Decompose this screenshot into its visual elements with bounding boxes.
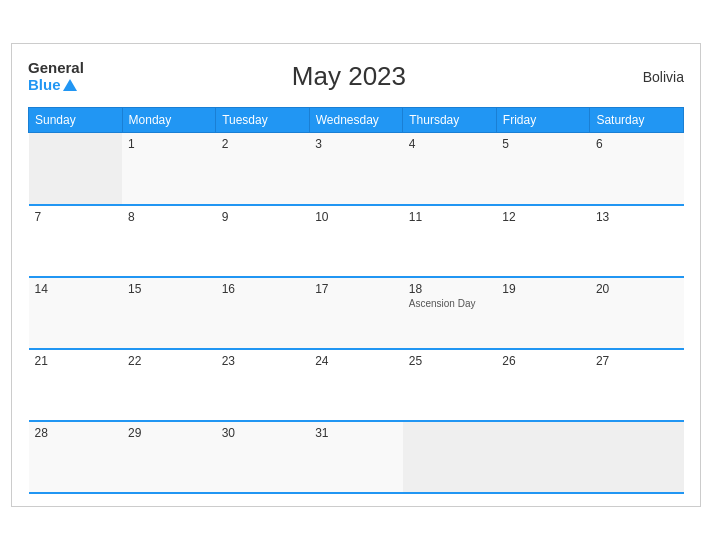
day-cell: 5 xyxy=(496,133,590,205)
day-number: 19 xyxy=(502,282,584,296)
day-number: 5 xyxy=(502,137,584,151)
day-cell: 21 xyxy=(29,349,123,421)
day-number: 18 xyxy=(409,282,491,296)
day-number: 17 xyxy=(315,282,397,296)
day-cell: 22 xyxy=(122,349,216,421)
day-cell: 11 xyxy=(403,205,497,277)
day-number: 21 xyxy=(35,354,117,368)
day-number: 31 xyxy=(315,426,397,440)
calendar-title: May 2023 xyxy=(84,61,614,92)
day-cell: 1 xyxy=(122,133,216,205)
day-cell: 12 xyxy=(496,205,590,277)
day-cell xyxy=(403,421,497,493)
day-number: 20 xyxy=(596,282,678,296)
day-cell: 29 xyxy=(122,421,216,493)
day-number: 22 xyxy=(128,354,210,368)
day-header-monday: Monday xyxy=(122,108,216,133)
day-cell: 15 xyxy=(122,277,216,349)
day-number: 25 xyxy=(409,354,491,368)
day-header-tuesday: Tuesday xyxy=(216,108,310,133)
day-number: 10 xyxy=(315,210,397,224)
day-cell: 26 xyxy=(496,349,590,421)
day-number: 28 xyxy=(35,426,117,440)
day-number: 4 xyxy=(409,137,491,151)
week-row-2: 78910111213 xyxy=(29,205,684,277)
days-header-row: SundayMondayTuesdayWednesdayThursdayFrid… xyxy=(29,108,684,133)
day-header-wednesday: Wednesday xyxy=(309,108,403,133)
day-cell: 17 xyxy=(309,277,403,349)
day-cell: 9 xyxy=(216,205,310,277)
logo-triangle-icon xyxy=(63,79,77,91)
day-number: 7 xyxy=(35,210,117,224)
day-number: 11 xyxy=(409,210,491,224)
day-cell: 2 xyxy=(216,133,310,205)
day-cell xyxy=(29,133,123,205)
day-cell: 30 xyxy=(216,421,310,493)
event-name: Ascension Day xyxy=(409,298,491,309)
day-number: 3 xyxy=(315,137,397,151)
calendar-header: General Blue May 2023 Bolivia xyxy=(28,60,684,93)
logo-blue: Blue xyxy=(28,77,77,94)
day-cell: 18Ascension Day xyxy=(403,277,497,349)
day-cell: 3 xyxy=(309,133,403,205)
calendar-grid: SundayMondayTuesdayWednesdayThursdayFrid… xyxy=(28,107,684,494)
day-number: 13 xyxy=(596,210,678,224)
week-row-3: 1415161718Ascension Day1920 xyxy=(29,277,684,349)
day-cell: 27 xyxy=(590,349,684,421)
day-number: 2 xyxy=(222,137,304,151)
week-row-4: 21222324252627 xyxy=(29,349,684,421)
day-cell: 23 xyxy=(216,349,310,421)
day-header-friday: Friday xyxy=(496,108,590,133)
day-number: 29 xyxy=(128,426,210,440)
day-cell: 20 xyxy=(590,277,684,349)
day-header-thursday: Thursday xyxy=(403,108,497,133)
day-cell: 7 xyxy=(29,205,123,277)
week-row-1: 123456 xyxy=(29,133,684,205)
day-number: 8 xyxy=(128,210,210,224)
day-header-saturday: Saturday xyxy=(590,108,684,133)
day-number: 30 xyxy=(222,426,304,440)
calendar-country: Bolivia xyxy=(614,69,684,85)
day-number: 24 xyxy=(315,354,397,368)
day-number: 26 xyxy=(502,354,584,368)
day-cell: 25 xyxy=(403,349,497,421)
day-cell: 4 xyxy=(403,133,497,205)
day-number: 23 xyxy=(222,354,304,368)
day-cell: 6 xyxy=(590,133,684,205)
day-number: 1 xyxy=(128,137,210,151)
day-cell: 24 xyxy=(309,349,403,421)
day-cell: 19 xyxy=(496,277,590,349)
calendar-container: General Blue May 2023 Bolivia SundayMond… xyxy=(11,43,701,507)
day-number: 27 xyxy=(596,354,678,368)
day-header-sunday: Sunday xyxy=(29,108,123,133)
day-cell: 13 xyxy=(590,205,684,277)
day-number: 6 xyxy=(596,137,678,151)
day-number: 12 xyxy=(502,210,584,224)
day-cell: 14 xyxy=(29,277,123,349)
day-cell: 10 xyxy=(309,205,403,277)
week-row-5: 28293031 xyxy=(29,421,684,493)
logo-general: General xyxy=(28,60,84,77)
day-cell xyxy=(496,421,590,493)
day-cell xyxy=(590,421,684,493)
day-number: 9 xyxy=(222,210,304,224)
day-cell: 31 xyxy=(309,421,403,493)
day-number: 14 xyxy=(35,282,117,296)
day-cell: 8 xyxy=(122,205,216,277)
day-cell: 16 xyxy=(216,277,310,349)
day-number: 16 xyxy=(222,282,304,296)
logo-area: General Blue xyxy=(28,60,84,93)
day-number: 15 xyxy=(128,282,210,296)
day-cell: 28 xyxy=(29,421,123,493)
